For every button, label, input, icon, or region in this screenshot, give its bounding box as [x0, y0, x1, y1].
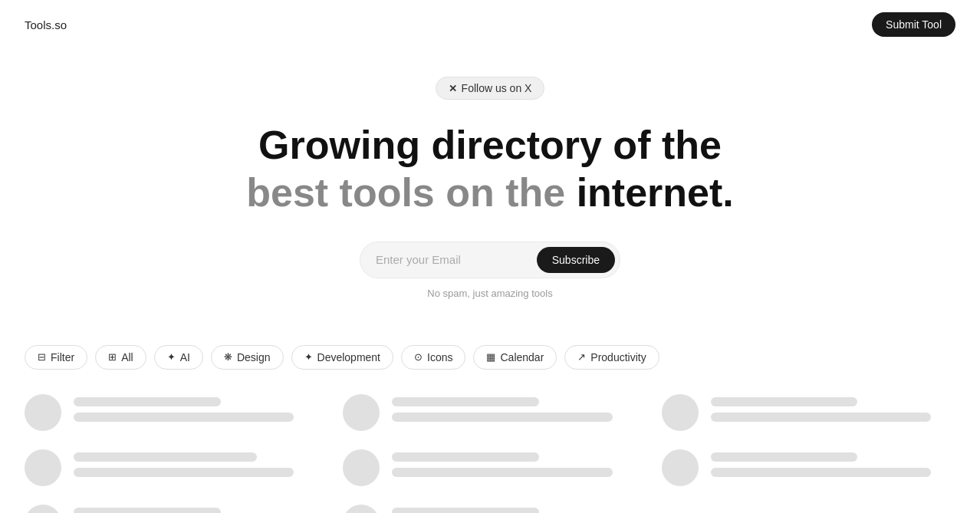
tool-line-skeleton — [711, 452, 858, 462]
tool-card-loading — [662, 449, 955, 486]
tool-card-loading — [25, 449, 318, 486]
tool-avatar-skeleton — [662, 449, 699, 486]
tool-avatar-skeleton — [662, 394, 699, 431]
filter-label-calendar: Calendar — [500, 351, 544, 363]
filter-icon: ⊟ — [38, 351, 46, 363]
filter-chip-icons[interactable]: ⊙Icons — [401, 345, 465, 370]
tool-line-skeleton — [711, 397, 858, 406]
filter-label-design: Design — [237, 351, 271, 363]
filter-label-all: All — [121, 351, 133, 363]
tool-line-skeleton — [74, 397, 221, 406]
tool-line-skeleton — [392, 468, 612, 477]
filter-label-productivity: Productivity — [590, 351, 646, 363]
tool-avatar-skeleton — [343, 505, 380, 513]
follow-badge[interactable]: ✕ Follow us on X — [436, 77, 545, 100]
x-icon: ✕ — [449, 83, 457, 94]
tool-line-skeleton — [711, 468, 931, 477]
tool-card-loading — [343, 394, 636, 431]
tool-avatar-skeleton — [25, 505, 61, 513]
hero-title: Growing directory of the best tools on t… — [246, 121, 734, 217]
design-icon: ❋ — [224, 351, 232, 363]
tool-line-skeleton — [74, 413, 294, 422]
nav-logo[interactable]: Tools.so — [25, 18, 67, 31]
ai-icon: ✦ — [167, 351, 176, 363]
tool-avatar-skeleton — [25, 394, 61, 431]
calendar-icon: ▦ — [486, 351, 495, 363]
submit-tool-button[interactable]: Submit Tool — [872, 12, 955, 37]
tool-line-skeleton — [392, 413, 612, 422]
filter-chip-filter[interactable]: ⊟Filter — [25, 345, 87, 370]
tool-line-skeleton — [392, 508, 539, 513]
icons-icon: ⊙ — [414, 351, 423, 363]
tool-line-skeleton — [711, 413, 931, 422]
filter-bar: ⊟Filter⊞All✦AI❋Design✦Development⊙Icons▦… — [0, 345, 980, 370]
tool-avatar-skeleton — [343, 394, 380, 431]
filter-chip-all[interactable]: ⊞All — [95, 345, 146, 370]
filter-label-ai: AI — [180, 351, 190, 363]
tool-avatar-skeleton — [343, 449, 380, 486]
email-input[interactable] — [376, 253, 537, 266]
tools-grid — [0, 394, 980, 513]
email-form: Subscribe — [360, 242, 620, 278]
tool-card-loading — [343, 449, 636, 486]
development-icon: ✦ — [304, 351, 313, 363]
hero-title-line2-end: internet. — [577, 170, 734, 215]
tool-line-skeleton — [74, 452, 257, 462]
filter-chip-design[interactable]: ❋Design — [211, 345, 284, 370]
tool-line-skeleton — [392, 452, 539, 462]
follow-badge-label: Follow us on X — [462, 82, 532, 94]
tool-line-skeleton — [74, 508, 221, 513]
hero-title-line2-start: best tools on the — [246, 170, 565, 215]
tool-avatar-skeleton — [25, 449, 61, 486]
hero-title-line1: Growing directory of the — [258, 123, 722, 167]
tool-card-loading — [25, 505, 318, 513]
productivity-icon: ↗ — [577, 351, 586, 363]
tool-line-skeleton — [74, 468, 294, 477]
tool-card-loading — [25, 394, 318, 431]
hero-section: ✕ Follow us on X Growing directory of th… — [0, 49, 980, 345]
filter-label-filter: Filter — [51, 351, 74, 363]
all-icon: ⊞ — [108, 351, 117, 363]
tool-card-loading — [662, 394, 955, 431]
filter-chip-development[interactable]: ✦Development — [291, 345, 394, 370]
tool-line-skeleton — [392, 397, 539, 406]
navbar: Tools.so Submit Tool — [0, 0, 980, 49]
filter-label-icons: Icons — [427, 351, 452, 363]
filter-chip-calendar[interactable]: ▦Calendar — [473, 345, 557, 370]
spam-note: No spam, just amazing tools — [427, 288, 552, 299]
filter-chip-productivity[interactable]: ↗Productivity — [564, 345, 659, 370]
tool-card-loading — [343, 505, 636, 513]
subscribe-button[interactable]: Subscribe — [537, 247, 615, 273]
filter-label-development: Development — [317, 351, 381, 363]
filter-chip-ai[interactable]: ✦AI — [154, 345, 203, 370]
